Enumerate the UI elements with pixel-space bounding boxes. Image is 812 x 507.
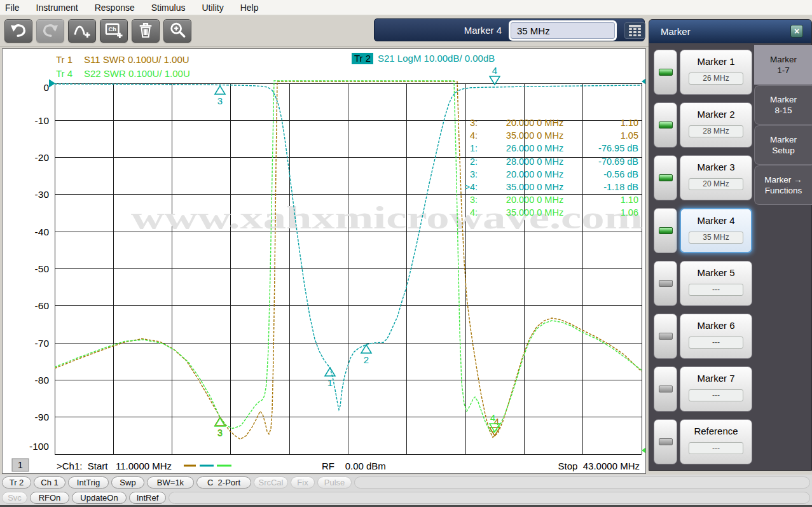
delete-icon [136, 21, 155, 41]
undo-button[interactable] [4, 19, 32, 43]
marker-button-marker-7[interactable]: Marker 7--- [680, 366, 752, 412]
marker-button-title: Marker 1 [680, 56, 752, 67]
trace1-id: Tr 1 [56, 54, 72, 65]
menu-item-help[interactable]: Help [240, 3, 259, 13]
status-button-row-1: Tr 2Ch 1IntTrigSwpBW=1kC 2-PortSrcCalFix… [0, 475, 812, 490]
menu-bar: FileInstrumentResponseStimulusUtilityHel… [0, 0, 812, 15]
led-toggle-marker-7[interactable] [654, 366, 677, 412]
marker-button-title: Marker 2 [680, 109, 752, 120]
marker-button-marker-3[interactable]: Marker 320 MHz [680, 155, 752, 200]
menu-item-response[interactable]: Response [95, 3, 135, 13]
measurement-display: www.xahxmicrowave.com 0-10-20-30-40-50-6… [2, 48, 646, 474]
tab-label-line1: Marker → [764, 174, 802, 185]
y-axis-label: -70 [35, 338, 50, 349]
y-axis-label: -20 [35, 152, 50, 163]
trace2-id: Tr 2 [354, 53, 371, 64]
led-indicator-icon [659, 69, 673, 76]
readout-marker-number: >4: [464, 182, 478, 192]
tab-label-line1: Marker [770, 94, 797, 105]
status-button-updateon[interactable]: UpdateOn [72, 492, 127, 504]
channel-start-text: >Ch1: Start 11.0000 MHz [57, 461, 172, 471]
readout-value: -70.69 dB [598, 156, 638, 167]
led-indicator-icon [659, 122, 673, 128]
status-button-intref[interactable]: IntRef [129, 492, 166, 504]
readout-frequency: 20.000 0 MHz [506, 118, 563, 128]
trace4-label: S22 SWR 0.100U/ 1.00U [84, 68, 190, 79]
marker-button-marker-1[interactable]: Marker 126 MHz [680, 50, 752, 95]
tab-marker-8-15[interactable]: Marker8-15 [754, 85, 812, 125]
readout-marker-number: 1: [470, 143, 478, 153]
marker-button-title: Marker 3 [680, 162, 752, 172]
tab-marker-1-7[interactable]: Marker1-7 [754, 45, 812, 85]
menu-item-utility[interactable]: Utility [202, 3, 223, 13]
readout-frequency: 20.000 0 MHz [506, 195, 563, 205]
menu-item-file[interactable]: File [5, 3, 20, 13]
tab-marker-functions[interactable]: Marker →Functions [754, 165, 812, 205]
marker-button-marker-6[interactable]: Marker 6--- [680, 314, 752, 359]
readout-marker-number: 4: [470, 207, 478, 218]
led-indicator-icon [659, 385, 673, 392]
menu-item-stimulus[interactable]: Stimulus [151, 3, 186, 13]
status-button-rfon[interactable]: RFOn [30, 492, 69, 504]
keypad-icon [629, 25, 641, 36]
led-toggle-marker-3[interactable] [654, 155, 677, 200]
panel-header: Marker × [649, 20, 811, 43]
keypad-button[interactable] [624, 22, 645, 39]
marker-button-reference[interactable]: Reference--- [680, 419, 752, 464]
status-button-swp[interactable]: Swp [111, 476, 144, 489]
led-toggle-marker-2[interactable] [654, 102, 677, 148]
zoom-button[interactable] [163, 19, 191, 43]
led-toggle-reference[interactable] [654, 419, 677, 464]
led-toggle-marker-1[interactable] [654, 50, 677, 95]
marker-button-title: Marker 5 [680, 267, 752, 278]
trace-marker-label: 1 [327, 377, 333, 388]
redo-icon [41, 22, 60, 41]
led-toggle-marker-5[interactable] [654, 261, 677, 306]
status-button-bw-1k[interactable]: BW=1k [147, 476, 194, 489]
status-button-ch-1[interactable]: Ch 1 [34, 476, 65, 489]
trace-marker-label: 4 [492, 65, 497, 76]
trace-marker-label: 4 [490, 412, 495, 423]
add-channel-icon: Ch [104, 21, 124, 41]
marker-button-value: 26 MHz [689, 73, 743, 85]
status-button-inttrig[interactable]: IntTrig [68, 476, 109, 489]
marker-button-value: 28 MHz [689, 125, 743, 137]
channel-stop-text: Stop 43.0000 MHz [558, 461, 640, 471]
status-button-pulse[interactable]: Pulse [317, 476, 352, 489]
readout-value: 1.05 [621, 130, 638, 141]
status-tray [169, 492, 810, 504]
status-button-c-2-port[interactable]: C 2-Port [196, 476, 251, 489]
readout-value: 1.06 [621, 207, 638, 218]
led-toggle-marker-6[interactable] [654, 314, 677, 359]
readout-value: 1.10 [621, 195, 638, 205]
led-indicator-icon [659, 438, 673, 445]
status-button-svc[interactable]: Svc [2, 492, 27, 504]
add-trace-button[interactable] [68, 19, 96, 43]
marker-button-marker-5[interactable]: Marker 5--- [680, 261, 752, 306]
redo-button[interactable] [36, 19, 64, 43]
add-channel-button[interactable]: Ch [100, 19, 128, 43]
tab-label-line1: Marker [770, 54, 797, 65]
trace4-id: Tr 4 [56, 68, 72, 79]
tab-marker-setup[interactable]: MarkerSetup [754, 125, 812, 165]
led-toggle-marker-4[interactable] [654, 208, 677, 253]
close-icon[interactable]: × [790, 25, 803, 38]
delete-button[interactable] [132, 19, 160, 43]
marker-button-value: --- [689, 442, 743, 454]
zoom-icon [168, 21, 187, 41]
status-button-srccal[interactable]: SrcCal [254, 476, 288, 489]
readout-frequency: 20.000 0 MHz [506, 169, 563, 179]
marker-button-value: --- [689, 389, 743, 401]
status-button-tr-2[interactable]: Tr 2 [2, 476, 31, 489]
marker-button-value: 35 MHz [689, 232, 743, 244]
marker-button-marker-2[interactable]: Marker 228 MHz [680, 102, 752, 148]
readout-marker-number: 3: [470, 118, 478, 128]
led-indicator-icon [659, 280, 673, 287]
marker-button-marker-4[interactable]: Marker 435 MHz [680, 208, 752, 253]
add-trace-icon [72, 21, 92, 41]
marker-frequency-input[interactable] [511, 22, 615, 39]
readout-value: -0.56 dB [603, 169, 638, 179]
status-button-fix[interactable]: Fix [291, 476, 315, 489]
menu-item-instrument[interactable]: Instrument [36, 3, 78, 13]
readout-frequency: 28.000 0 MHz [506, 156, 563, 167]
